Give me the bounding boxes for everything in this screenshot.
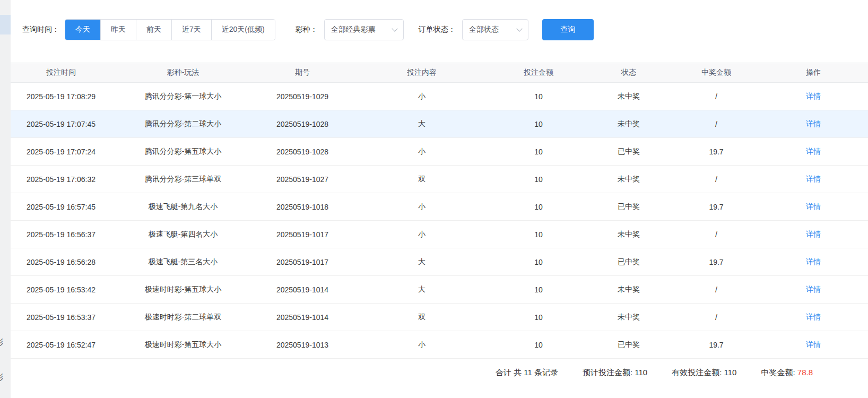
cell-status: 未中奖 — [584, 83, 674, 110]
detail-link[interactable]: 详情 — [806, 257, 821, 266]
lottery-type-select[interactable]: 全部经典彩票 — [324, 19, 404, 40]
cell-bet-content: 大 — [350, 248, 493, 276]
cell-prize: / — [674, 83, 759, 110]
cell-bet-content: 小 — [350, 221, 493, 248]
cell-status: 未中奖 — [584, 276, 674, 304]
detail-link[interactable]: 详情 — [806, 147, 821, 155]
cell-status: 未中奖 — [584, 304, 674, 331]
cell-status: 未中奖 — [584, 110, 674, 138]
cell-bet-time: 2025-05-19 16:53:42 — [11, 276, 111, 304]
cell-status: 已中奖 — [584, 193, 674, 221]
summary-prize-label: 中奖金额: — [761, 368, 797, 377]
cell-bet-amount: 10 — [493, 248, 584, 276]
time-filter-last-20-days[interactable]: 近20天(低频) — [212, 20, 275, 40]
cell-bet-amount: 10 — [493, 276, 584, 304]
time-filter-last-7-days[interactable]: 近7天 — [172, 20, 212, 40]
detail-link[interactable]: 详情 — [806, 202, 821, 211]
cell-game-play: 腾讯分分彩-第二球大小 — [111, 110, 255, 138]
detail-link[interactable]: 详情 — [806, 340, 821, 349]
cell-bet-amount: 10 — [493, 83, 584, 110]
detail-link[interactable]: 详情 — [806, 175, 821, 183]
detail-link[interactable]: 详情 — [806, 119, 821, 128]
cell-bet-time: 2025-05-19 17:06:32 — [11, 166, 111, 193]
cell-bet-time: 2025-05-19 16:52:47 — [11, 331, 111, 359]
cell-bet-amount: 10 — [493, 331, 584, 359]
cell-status: 已中奖 — [584, 248, 674, 276]
cell-game-play: 极速时时彩-第五球大小 — [111, 331, 255, 359]
table-row: 2025-05-19 17:07:45 腾讯分分彩-第二球大小 20250519… — [11, 110, 868, 138]
cell-prize: 19.7 — [674, 248, 759, 276]
filter-bar: 查询时间： 今天 昨天 前天 近7天 近20天(低频) 彩种： 全部经典彩票 订… — [22, 19, 868, 40]
cell-prize: / — [674, 221, 759, 248]
cell-game-play: 极速时时彩-第二球单双 — [111, 304, 255, 331]
cell-prize: / — [674, 110, 759, 138]
betting-records-page: 彩 彩 查询时间： 今天 昨天 前天 近7天 近20天(低频) 彩种： 全部经典… — [0, 0, 868, 398]
summary-prize: 中奖金额: 78.8 — [761, 368, 813, 378]
collapsed-sidebar: 彩 彩 — [0, 0, 11, 398]
time-filter-day-before[interactable]: 前天 — [136, 20, 172, 40]
summary-total: 合计 共 11 条记录 — [496, 368, 558, 378]
detail-link[interactable]: 详情 — [806, 92, 821, 100]
table-row: 2025-05-19 16:57:45 极速飞艇-第九名大小 20250519-… — [11, 193, 868, 221]
summary-expected-bet: 预计投注金额: 110 — [583, 368, 647, 378]
cell-action: 详情 — [759, 221, 868, 248]
time-filter-today[interactable]: 今天 — [65, 20, 101, 40]
cell-period: 20250519-1018 — [255, 193, 350, 221]
cell-prize: 19.7 — [674, 138, 759, 166]
cell-period: 20250519-1013 — [255, 331, 350, 359]
table-row: 2025-05-19 17:06:32 腾讯分分彩-第三球单双 20250519… — [11, 166, 868, 193]
table-body: 2025-05-19 17:08:29 腾讯分分彩-第一球大小 20250519… — [11, 83, 868, 359]
cell-status: 未中奖 — [584, 166, 674, 193]
sidebar-partial-text: 彩 — [0, 373, 9, 383]
cell-bet-time: 2025-05-19 16:56:37 — [11, 221, 111, 248]
cell-bet-amount: 10 — [493, 138, 584, 166]
col-header-bet-amount: 投注金额 — [493, 63, 584, 83]
cell-bet-amount: 10 — [493, 221, 584, 248]
detail-link[interactable]: 详情 — [806, 313, 821, 321]
cell-period: 20250519-1028 — [255, 110, 350, 138]
cell-bet-amount: 10 — [493, 304, 584, 331]
time-filter-yesterday[interactable]: 昨天 — [101, 20, 136, 40]
cell-bet-content: 小 — [350, 83, 493, 110]
table-header-row: 投注时间 彩种-玩法 期号 投注内容 投注金额 状态 中奖金额 操作 — [11, 63, 868, 83]
col-header-game-play: 彩种-玩法 — [111, 63, 255, 83]
order-status-value: 全部状态 — [469, 25, 499, 34]
col-header-bet-content: 投注内容 — [350, 63, 493, 83]
cell-action: 详情 — [759, 83, 868, 110]
table-row: 2025-05-19 17:07:24 腾讯分分彩-第五球大小 20250519… — [11, 138, 868, 166]
cell-game-play: 腾讯分分彩-第一球大小 — [111, 83, 255, 110]
cell-action: 详情 — [759, 276, 868, 304]
sidebar-partial-text: 彩 — [0, 338, 9, 348]
cell-status: 已中奖 — [584, 331, 674, 359]
cell-bet-time: 2025-05-19 16:56:28 — [11, 248, 111, 276]
query-button[interactable]: 查询 — [542, 19, 594, 40]
order-status-select[interactable]: 全部状态 — [462, 19, 528, 40]
cell-bet-amount: 10 — [493, 110, 584, 138]
col-header-period: 期号 — [255, 63, 350, 83]
cell-period: 20250519-1028 — [255, 138, 350, 166]
records-table: 投注时间 彩种-玩法 期号 投注内容 投注金额 状态 中奖金额 操作 2025-… — [11, 63, 868, 359]
summary-valid-bet: 有效投注金额: 110 — [672, 368, 736, 378]
col-header-action: 操作 — [759, 63, 868, 83]
time-filter-label: 查询时间： — [22, 25, 59, 34]
cell-game-play: 极速飞艇-第三名大小 — [111, 248, 255, 276]
cell-bet-content: 小 — [350, 331, 493, 359]
cell-period: 20250519-1014 — [255, 304, 350, 331]
summary-bar: 合计 共 11 条记录 预计投注金额: 110 有效投注金额: 110 中奖金额… — [11, 359, 868, 386]
cell-prize: 19.7 — [674, 331, 759, 359]
order-status-label: 订单状态： — [419, 25, 456, 34]
cell-action: 详情 — [759, 304, 868, 331]
cell-period: 20250519-1029 — [255, 83, 350, 110]
sidebar-active-indicator — [0, 15, 11, 34]
cell-prize: 19.7 — [674, 193, 759, 221]
detail-link[interactable]: 详情 — [806, 285, 821, 293]
detail-link[interactable]: 详情 — [806, 230, 821, 238]
table-row: 2025-05-19 16:53:42 极速时时彩-第五球大小 20250519… — [11, 276, 868, 304]
cell-game-play: 腾讯分分彩-第五球大小 — [111, 138, 255, 166]
cell-period: 20250519-1017 — [255, 248, 350, 276]
chevron-down-icon — [392, 25, 397, 31]
table-row: 2025-05-19 16:56:28 极速飞艇-第三名大小 20250519-… — [11, 248, 868, 276]
cell-prize: / — [674, 276, 759, 304]
cell-bet-content: 双 — [350, 304, 493, 331]
table-row: 2025-05-19 17:08:29 腾讯分分彩-第一球大小 20250519… — [11, 83, 868, 110]
